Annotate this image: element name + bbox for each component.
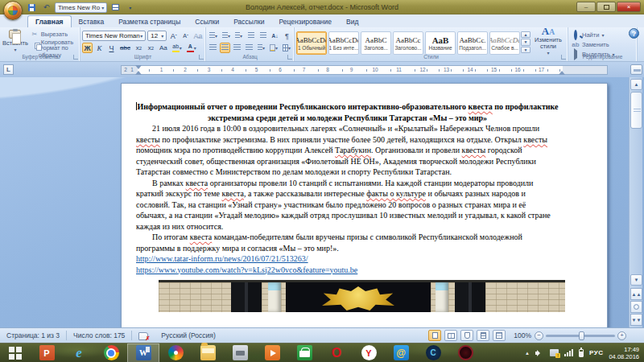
- style-card[interactable]: АаВНазвание: [425, 31, 456, 55]
- comodo-taskbar-button[interactable]: C: [417, 343, 449, 362]
- previous-page-button[interactable]: ▲▲: [630, 288, 642, 300]
- hyperlink[interactable]: https://www.youtube.com/watch?v=kLsj22w0…: [136, 265, 357, 274]
- bold-button[interactable]: Ж: [82, 43, 93, 53]
- yandex-browser-taskbar-button[interactable]: Y: [353, 343, 385, 362]
- draft-button[interactable]: [493, 330, 506, 341]
- strikethrough-button[interactable]: abc: [118, 43, 132, 53]
- change-styles-button[interactable]: AA Изменить стили ▾: [530, 29, 566, 53]
- replace-button[interactable]: abЗаменить: [570, 40, 635, 49]
- scroll-up-button[interactable]: ▲: [630, 79, 642, 90]
- file-explorer-taskbar-button[interactable]: [192, 343, 224, 362]
- justify-button[interactable]: [244, 43, 254, 53]
- bullets-button[interactable]: ▾: [208, 31, 219, 41]
- network-warning-icon[interactable]: [550, 349, 559, 356]
- view-ruler-toggle-button[interactable]: [630, 64, 642, 75]
- right-indent-marker[interactable]: [559, 71, 565, 75]
- clear-formatting-button[interactable]: A̶a: [192, 31, 204, 41]
- outline-button[interactable]: [477, 330, 489, 341]
- styles-more-button[interactable]: ▼: [521, 47, 530, 53]
- sort-button[interactable]: А↓: [270, 31, 280, 41]
- zoom-thumb[interactable]: [579, 331, 584, 340]
- save-button[interactable]: [26, 2, 38, 13]
- next-page-button[interactable]: ▼▼: [630, 314, 642, 326]
- align-right-button[interactable]: [232, 43, 242, 53]
- style-card[interactable]: AaBbCcDc1 Без инте...: [328, 31, 359, 55]
- print-layout-button[interactable]: [428, 330, 441, 341]
- volume-icon[interactable]: [535, 349, 544, 357]
- multilevel-list-button[interactable]: ▾: [233, 31, 244, 41]
- style-card[interactable]: AaBbCc.Подзагол...: [457, 31, 488, 55]
- shrink-font-button[interactable]: Aˇ: [180, 31, 191, 41]
- borders-button[interactable]: ▾: [281, 43, 292, 53]
- dialog-launcher-icon[interactable]: [287, 55, 292, 60]
- italic-button[interactable]: К: [94, 43, 105, 53]
- ribbon-tab[interactable]: Главная: [27, 15, 72, 27]
- opera-taskbar-button[interactable]: O: [320, 343, 353, 362]
- start-taskbar-button[interactable]: [0, 343, 31, 362]
- highlight-button[interactable]: ab▾: [171, 43, 184, 53]
- minimize-button[interactable]: –: [576, 2, 596, 12]
- change-case-button[interactable]: Aa: [158, 43, 169, 53]
- mailru-agent-taskbar-button[interactable]: @: [385, 343, 417, 362]
- battery-icon[interactable]: [579, 349, 584, 357]
- left-indent-marker[interactable]: [135, 71, 142, 75]
- language-indicator[interactable]: Русский (Россия): [155, 328, 221, 343]
- restore-button[interactable]: [597, 2, 616, 12]
- tray-expand-icon[interactable]: ▲: [525, 351, 530, 356]
- document-page[interactable]: Информационный отчет о проведении Респуб…: [121, 83, 608, 327]
- zoom-level[interactable]: 100%: [514, 331, 531, 339]
- grow-font-button[interactable]: Aˆ: [168, 31, 179, 41]
- vertical-scrollbar[interactable]: ▲ ▼ ▲▲ ▼▼: [629, 77, 642, 327]
- dialog-launcher-icon[interactable]: [73, 55, 78, 60]
- style-card[interactable]: AaBbCcЗаголово...: [393, 31, 423, 55]
- shading-button[interactable]: ▾: [268, 43, 279, 53]
- undo-button[interactable]: ↶: [40, 2, 52, 13]
- ribbon-tab[interactable]: Вставка: [72, 16, 112, 27]
- guard-taskbar-button[interactable]: [449, 343, 481, 362]
- clock[interactable]: 17:49 04.08.2016: [609, 346, 639, 360]
- line-spacing-button[interactable]: ▾: [256, 43, 266, 53]
- font-family-combo[interactable]: Times New Roman▾: [82, 31, 146, 41]
- media-player-taskbar-button[interactable]: [256, 343, 288, 362]
- tab-selector[interactable]: L: [3, 64, 14, 75]
- language-tray-indicator[interactable]: РУС: [589, 349, 603, 356]
- picasa-taskbar-button[interactable]: [159, 343, 192, 362]
- numbering-button[interactable]: ▾: [221, 31, 232, 41]
- qat-extra-button[interactable]: [109, 2, 122, 13]
- ribbon-tab[interactable]: Вид: [339, 16, 365, 27]
- styles-scroll-down-button[interactable]: ▼: [521, 39, 530, 45]
- increase-indent-button[interactable]: [258, 31, 268, 41]
- proofing-status[interactable]: [132, 328, 155, 343]
- zoom-out-button[interactable]: −: [535, 331, 543, 340]
- ribbon-tab[interactable]: Рассылки: [226, 16, 271, 27]
- font-size-combo[interactable]: 12▾: [147, 31, 167, 41]
- document-photo[interactable]: [159, 280, 565, 312]
- web-layout-button[interactable]: [460, 330, 473, 341]
- word-taskbar-button[interactable]: W: [127, 343, 159, 362]
- decrease-indent-button[interactable]: [246, 31, 256, 41]
- font-color-button[interactable]: А▾: [185, 43, 198, 53]
- paste-button[interactable]: Вставить ▾: [2, 29, 29, 53]
- underline-button[interactable]: Ч: [106, 43, 117, 53]
- scroll-down-button[interactable]: ▼: [630, 274, 642, 286]
- word-count[interactable]: Число слов: 175: [67, 328, 131, 343]
- dialog-launcher-icon[interactable]: [199, 55, 204, 60]
- align-center-button[interactable]: [220, 43, 230, 53]
- hyperlink[interactable]: http://www.tatar-inform.ru/news/2016/07/…: [136, 254, 308, 263]
- zoom-in-button[interactable]: +: [617, 331, 626, 340]
- find-button[interactable]: Найти▾: [570, 31, 635, 39]
- ribbon-tab[interactable]: Разметка страницы: [111, 16, 188, 27]
- powerpoint-taskbar-button[interactable]: P: [31, 343, 63, 362]
- chrome-taskbar-button[interactable]: [95, 343, 127, 362]
- style-card[interactable]: AaBbCЗаголов...: [361, 31, 391, 55]
- scrollbar-thumb[interactable]: [630, 92, 642, 129]
- styles-scroll-up-button[interactable]: ▲: [521, 31, 530, 38]
- internet-explorer-taskbar-button[interactable]: e: [63, 343, 95, 362]
- help-button[interactable]: ?: [629, 28, 639, 39]
- first-line-indent-marker[interactable]: [135, 65, 142, 69]
- fax-scanner-taskbar-button[interactable]: [224, 343, 256, 362]
- select-browse-object-button[interactable]: [630, 301, 642, 313]
- show-marks-button[interactable]: ¶: [282, 31, 292, 41]
- style-card[interactable]: AaBbCcDcСлабое в...: [489, 31, 520, 55]
- ribbon-tab[interactable]: Рецензирование: [271, 16, 339, 27]
